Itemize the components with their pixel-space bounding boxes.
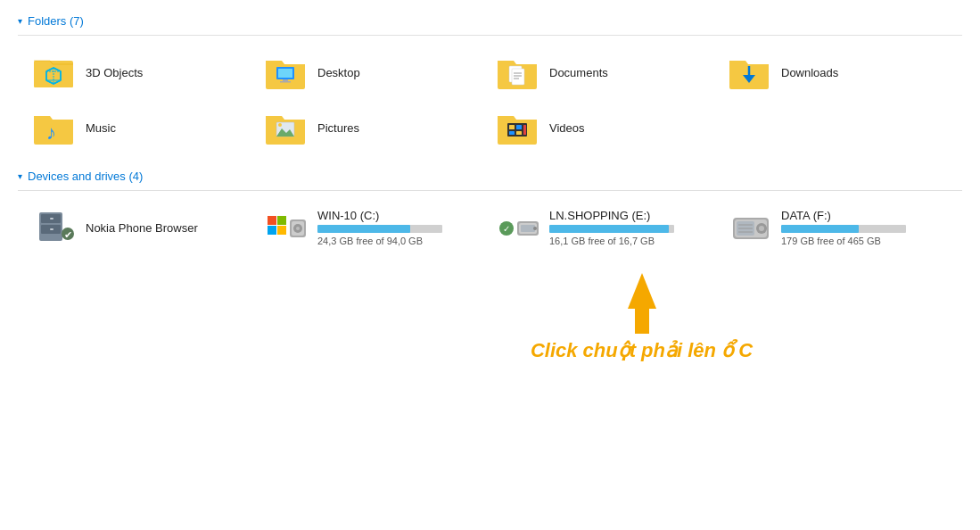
svg-rect-14 — [283, 79, 288, 81]
folder-label-pictures: Pictures — [317, 121, 359, 135]
svg-point-53 — [533, 227, 537, 230]
svg-rect-13 — [278, 69, 292, 78]
annotation: Click chuột phải lên ổ C — [321, 273, 962, 362]
svg-rect-17 — [512, 69, 524, 85]
drive-item-ln-shopping-e[interactable]: ✓ LN.SHOPPING (E:) 16,1 GB free of 16,7 … — [490, 203, 722, 252]
desktop-icon — [266, 54, 309, 91]
music-icon: ♪ — [34, 109, 77, 146]
arrow-stem — [635, 309, 649, 334]
svg-rect-29 — [516, 125, 522, 129]
win10-c-drive-size: 24,3 GB free of 94,0 GB — [317, 236, 442, 246]
nokia-drive-info: Nokia Phone Browser — [86, 221, 198, 235]
svg-point-26 — [278, 123, 282, 127]
folders-section-header[interactable]: ▾ Folders (7) — [18, 9, 962, 36]
ln-shopping-e-icon: ✓ — [498, 209, 540, 246]
folder-label-documents: Documents — [549, 66, 608, 79]
svg-rect-37 — [50, 228, 54, 230]
nokia-drive-name: Nokia Phone Browser — [86, 221, 198, 235]
folder-item-videos[interactable]: Videos — [490, 104, 722, 152]
folder-label-videos: Videos — [549, 121, 585, 135]
svg-point-47 — [296, 227, 300, 230]
folder-label-3d-objects: 3D Objects — [86, 66, 143, 79]
win10-c-drive-name: WIN-10 (C:) — [317, 209, 442, 222]
svg-text:✔: ✔ — [64, 229, 72, 240]
nokia-phone-icon: ✔ — [34, 209, 77, 246]
folder-item-documents[interactable]: Documents — [490, 48, 722, 96]
ln-shopping-e-bar-bg — [549, 225, 674, 233]
arrow-head — [628, 273, 656, 309]
data-f-drive-size: 179 GB free of 465 GB — [781, 236, 906, 246]
folder-item-desktop[interactable]: Desktop — [259, 48, 490, 96]
main-container: ▾ Folders (7) — [0, 0, 980, 530]
svg-rect-41 — [277, 216, 286, 225]
drive-item-win10-c[interactable]: WIN-10 (C:) 24,3 GB free of 94,0 GB — [259, 203, 490, 252]
downloads-icon — [729, 54, 772, 91]
win10-c-icon — [266, 209, 309, 246]
svg-point-58 — [759, 226, 764, 231]
data-f-bar-fill — [781, 225, 859, 233]
data-f-icon — [729, 209, 772, 246]
videos-icon — [498, 109, 540, 146]
svg-rect-31 — [516, 131, 522, 135]
folders-chevron-icon: ▾ — [18, 16, 22, 26]
folders-grid: 3D Objects Desktop — [18, 45, 962, 164]
folder-item-pictures[interactable]: Pictures — [259, 104, 490, 152]
svg-rect-28 — [509, 125, 515, 129]
svg-rect-40 — [268, 216, 276, 225]
win10-c-drive-info: WIN-10 (C:) 24,3 GB free of 94,0 GB — [317, 209, 442, 246]
folder-label-downloads: Downloads — [781, 66, 838, 79]
win10-c-bar-bg — [317, 225, 442, 233]
folders-section-label: Folders (7) — [28, 14, 84, 28]
svg-rect-52 — [521, 225, 535, 232]
data-f-bar-bg — [781, 225, 906, 233]
svg-rect-30 — [509, 131, 515, 135]
annotation-text: Click chuột phải lên ổ C — [531, 339, 753, 362]
svg-text:✓: ✓ — [503, 224, 510, 234]
drive-item-data-f[interactable]: DATA (F:) 179 GB free of 465 GB — [722, 203, 954, 252]
folder-item-music[interactable]: ♪ Music — [27, 104, 259, 152]
arrow-up — [628, 273, 656, 334]
ln-shopping-e-bar-fill — [549, 225, 669, 233]
ln-shopping-e-drive-info: LN.SHOPPING (E:) 16,1 GB free of 16,7 GB — [549, 209, 674, 246]
drives-chevron-icon: ▾ — [18, 171, 22, 181]
folder-label-music: Music — [86, 121, 116, 135]
folder-label-desktop: Desktop — [317, 66, 360, 79]
pictures-icon — [266, 109, 309, 146]
svg-rect-32 — [523, 125, 526, 135]
svg-text:♪: ♪ — [46, 121, 56, 144]
drive-item-nokia[interactable]: ✔ Nokia Phone Browser — [27, 203, 259, 252]
folder-item-3d-objects[interactable]: 3D Objects — [27, 48, 259, 96]
ln-shopping-e-drive-size: 16,1 GB free of 16,7 GB — [549, 236, 674, 246]
svg-rect-36 — [50, 218, 54, 219]
svg-rect-42 — [268, 226, 276, 235]
3d-objects-icon — [34, 54, 77, 91]
drives-section-label: Devices and drives (4) — [28, 170, 143, 183]
ln-shopping-e-drive-name: LN.SHOPPING (E:) — [549, 209, 674, 222]
drives-section-header[interactable]: ▾ Devices and drives (4) — [18, 164, 962, 191]
win10-c-bar-fill — [317, 225, 410, 233]
svg-rect-43 — [277, 226, 286, 235]
svg-rect-15 — [280, 81, 291, 83]
data-f-drive-info: DATA (F:) 179 GB free of 465 GB — [781, 209, 906, 246]
documents-icon — [498, 54, 540, 91]
folder-item-downloads[interactable]: Downloads — [722, 48, 954, 96]
drives-grid: ✔ Nokia Phone Browser — [18, 200, 962, 264]
data-f-drive-name: DATA (F:) — [781, 209, 906, 222]
